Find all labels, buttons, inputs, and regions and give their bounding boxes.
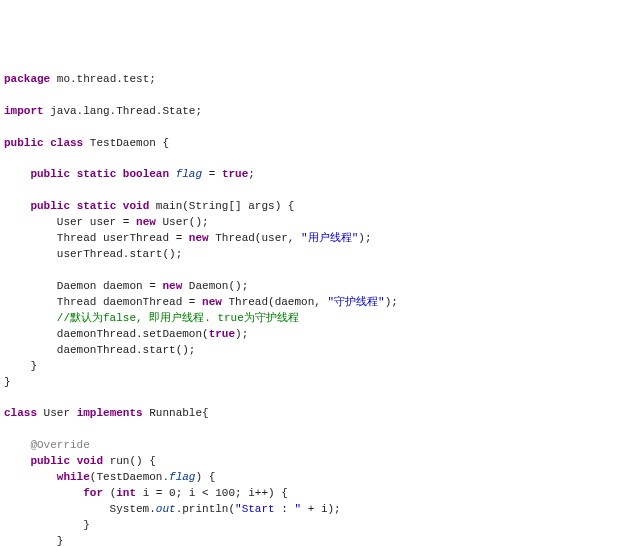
kw-class: class bbox=[4, 407, 37, 419]
text: ); bbox=[235, 328, 248, 340]
text: Thread userThread = bbox=[4, 232, 189, 244]
field-flag: flag bbox=[176, 168, 202, 180]
line: class User implements Runnable{ bbox=[4, 407, 209, 419]
text: .println( bbox=[176, 503, 235, 515]
string: "守护线程" bbox=[327, 296, 384, 308]
line: daemonThread.setDaemon(true); bbox=[4, 328, 248, 340]
text: ); bbox=[385, 296, 398, 308]
text: ; bbox=[248, 168, 255, 180]
kw-for: for bbox=[83, 487, 103, 499]
code-editor[interactable]: package mo.thread.test; import java.lang… bbox=[4, 72, 636, 547]
text: } bbox=[4, 360, 37, 372]
text: } bbox=[4, 535, 63, 547]
text: daemonThread.start(); bbox=[4, 344, 195, 356]
line: Daemon daemon = new Daemon(); bbox=[4, 280, 248, 292]
line: Thread daemonThread = new Thread(daemon,… bbox=[4, 296, 398, 308]
line: for (int i = 0; i < 100; i++) { bbox=[4, 487, 288, 499]
line: public static boolean flag = true; bbox=[4, 168, 255, 180]
kw-new: new bbox=[202, 296, 222, 308]
text: run() { bbox=[103, 455, 156, 467]
kw-implements: implements bbox=[77, 407, 143, 419]
text: User user = bbox=[4, 216, 136, 228]
text: Runnable{ bbox=[143, 407, 209, 419]
kw-boolean: boolean bbox=[123, 168, 169, 180]
kw-new: new bbox=[136, 216, 156, 228]
text: Daemon daemon = bbox=[4, 280, 162, 292]
text: ) { bbox=[195, 471, 215, 483]
kw-public: public bbox=[30, 455, 70, 467]
kw-public: public bbox=[30, 168, 70, 180]
line: import java.lang.Thread.State; bbox=[4, 105, 202, 117]
text: Daemon(); bbox=[182, 280, 248, 292]
line: @Override bbox=[4, 439, 90, 451]
line: System.out.println("Start : " + i); bbox=[4, 503, 341, 515]
text: main(String[] args) { bbox=[149, 200, 294, 212]
line: //默认为false, 即用户线程. true为守护线程 bbox=[4, 312, 299, 324]
text: } bbox=[4, 376, 11, 388]
text: TestDaemon { bbox=[83, 137, 169, 149]
text: = bbox=[202, 168, 222, 180]
text: ( bbox=[103, 487, 116, 499]
line: public class TestDaemon { bbox=[4, 137, 169, 149]
kw-new: new bbox=[162, 280, 182, 292]
line: package mo.thread.test; bbox=[4, 73, 156, 85]
text: Thread(daemon, bbox=[222, 296, 328, 308]
annotation-override: @Override bbox=[4, 439, 90, 451]
text: i = 0; i < 100; i++) { bbox=[136, 487, 288, 499]
text: mo.thread.test; bbox=[50, 73, 156, 85]
text: + i); bbox=[301, 503, 341, 515]
kw-while: while bbox=[57, 471, 90, 483]
line: public static void main(String[] args) { bbox=[4, 200, 294, 212]
field-out: out bbox=[156, 503, 176, 515]
line: Thread userThread = new Thread(user, "用户… bbox=[4, 232, 371, 244]
kw-new: new bbox=[189, 232, 209, 244]
bool-true: true bbox=[222, 168, 248, 180]
text: Thread(user, bbox=[209, 232, 301, 244]
text: (TestDaemon. bbox=[90, 471, 169, 483]
line: User user = new User(); bbox=[4, 216, 209, 228]
kw-package: package bbox=[4, 73, 50, 85]
kw-static: static bbox=[77, 168, 117, 180]
line: public void run() { bbox=[4, 455, 156, 467]
kw-void: void bbox=[123, 200, 149, 212]
kw-class: class bbox=[50, 137, 83, 149]
field-flag: flag bbox=[169, 471, 195, 483]
string: "用户线程" bbox=[301, 232, 358, 244]
indent bbox=[4, 168, 30, 180]
kw-import: import bbox=[4, 105, 44, 117]
text: System. bbox=[4, 503, 156, 515]
text: User(); bbox=[156, 216, 209, 228]
text: userThread.start(); bbox=[4, 248, 182, 260]
text: daemonThread.setDaemon( bbox=[4, 328, 209, 340]
line: } bbox=[4, 376, 11, 388]
kw-int: int bbox=[116, 487, 136, 499]
kw-public: public bbox=[4, 137, 44, 149]
kw-public: public bbox=[30, 200, 70, 212]
line: daemonThread.start(); bbox=[4, 344, 195, 356]
line: while(TestDaemon.flag) { bbox=[4, 471, 215, 483]
line: } bbox=[4, 360, 37, 372]
line: userThread.start(); bbox=[4, 248, 182, 260]
bool-true: true bbox=[209, 328, 235, 340]
kw-void: void bbox=[77, 455, 103, 467]
line: } bbox=[4, 535, 63, 547]
text: ); bbox=[358, 232, 371, 244]
line: } bbox=[4, 519, 90, 531]
kw-static: static bbox=[77, 200, 117, 212]
string: "Start : " bbox=[235, 503, 301, 515]
text: java.lang.Thread.State; bbox=[44, 105, 202, 117]
text: } bbox=[4, 519, 90, 531]
text: Thread daemonThread = bbox=[4, 296, 202, 308]
text: User bbox=[37, 407, 77, 419]
comment: //默认为false, 即用户线程. true为守护线程 bbox=[4, 312, 299, 324]
